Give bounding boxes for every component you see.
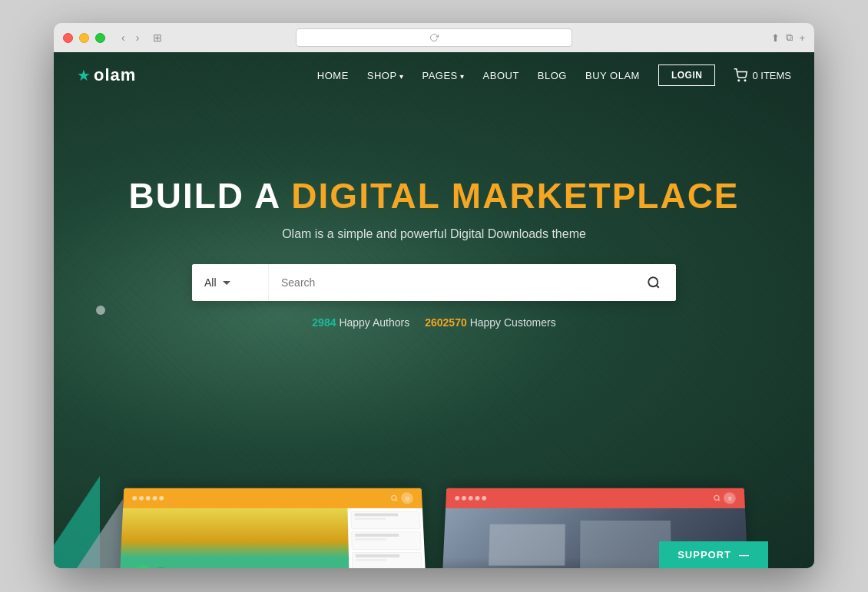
logo[interactable]: ★ olam (77, 65, 136, 85)
hero-content: BUILD A DIGITAL MARKETPLACE Olam is a si… (54, 98, 814, 329)
nav-item-buy[interactable]: BUY OLAM (585, 68, 640, 82)
stats-bar: 2984 Happy Authors 2602570 Happy Custome… (54, 316, 814, 329)
customers-count: 2602570 (425, 316, 467, 329)
forward-button[interactable]: › (132, 30, 144, 45)
ss-right-header: 0 (446, 488, 745, 508)
browser-window: ‹ › ⊞ ⬆ ⧉ + ★ olam HOME SHOP PAGES (54, 23, 814, 568)
svg-marker-2 (223, 281, 230, 285)
nav-link-shop[interactable]: SHOP (367, 70, 404, 81)
hero-subtitle: Olam is a simple and powerful Digital Do… (54, 227, 814, 241)
nav-link-about[interactable]: ABOUT (483, 70, 519, 81)
titlebar-nav: ‹ › (118, 30, 143, 45)
cart-count: 0 ITEMS (752, 70, 791, 81)
nav-links: HOME SHOP PAGES ABOUT BLOG BUY OLAM LOGI… (317, 64, 791, 86)
nav-item-about[interactable]: ABOUT (483, 68, 519, 82)
fullscreen-button[interactable] (95, 33, 105, 43)
svg-line-8 (719, 500, 721, 501)
logo-star-icon: ★ (77, 66, 91, 84)
login-button[interactable]: LOGIN (658, 64, 716, 86)
nav-item-home[interactable]: HOME (317, 68, 349, 82)
svg-line-4 (656, 285, 658, 287)
website-content: ★ olam HOME SHOP PAGES ABOUT BLOG BUY OL… (54, 52, 814, 568)
logo-text: olam (94, 65, 136, 85)
refresh-icon (429, 33, 439, 42)
svg-line-6 (396, 500, 397, 501)
share-button[interactable]: ⬆ (771, 32, 780, 44)
support-label: SUPPORT (678, 549, 731, 561)
nav-item-cart[interactable]: 0 ITEMS (734, 68, 791, 82)
svg-point-1 (745, 80, 747, 81)
screenshot-left: 0 (119, 488, 426, 568)
search-button[interactable] (631, 264, 676, 301)
expand-button[interactable]: + (799, 32, 805, 44)
search-category-dropdown[interactable]: All (192, 264, 269, 301)
nav-link-pages[interactable]: PAGES (422, 70, 464, 81)
nav-item-shop[interactable]: SHOP (367, 68, 404, 82)
nav-link-home[interactable]: HOME (317, 70, 349, 81)
hero-title-yellow: DIGITAL MARKETPLACE (291, 176, 739, 216)
nav-item-blog[interactable]: BLOG (538, 68, 567, 82)
dropdown-arrow-icon (223, 279, 230, 286)
customers-label: Happy Customers (470, 316, 556, 329)
search-input[interactable] (269, 264, 631, 301)
authors-stat: 2984 Happy Authors (312, 316, 409, 329)
search-bar: All (192, 264, 676, 301)
search-icon (647, 276, 661, 289)
support-button[interactable]: SUPPORT — (659, 541, 768, 568)
ss-left-header: 0 (123, 488, 422, 508)
minimize-button[interactable] (79, 33, 89, 43)
nav-link-blog[interactable]: BLOG (538, 70, 567, 81)
authors-label: Happy Authors (339, 316, 409, 329)
svg-point-0 (738, 80, 740, 81)
nav-link-buy[interactable]: BUY OLAM (585, 70, 640, 81)
navbar: ★ olam HOME SHOP PAGES ABOUT BLOG BUY OL… (54, 52, 814, 98)
traffic-lights (63, 33, 105, 43)
customers-stat: 2602570 Happy Customers (425, 316, 555, 329)
svg-point-5 (392, 495, 397, 500)
address-bar[interactable] (296, 28, 572, 47)
authors-count: 2984 (312, 316, 336, 329)
svg-point-3 (648, 277, 658, 286)
ss-left-body (119, 508, 426, 568)
close-button[interactable] (63, 33, 73, 43)
support-minus: — (739, 549, 750, 561)
nav-item-pages[interactable]: PAGES (422, 68, 464, 82)
duplicate-button[interactable]: ⧉ (786, 31, 793, 44)
hero-title: BUILD A DIGITAL MARKETPLACE (54, 175, 814, 217)
nav-item-login[interactable]: LOGIN (658, 64, 716, 86)
back-button[interactable]: ‹ (118, 30, 129, 45)
titlebar: ‹ › ⊞ ⬆ ⧉ + (54, 23, 814, 52)
pagination-dot[interactable] (96, 306, 105, 315)
hero-title-white: BUILD A (128, 176, 280, 216)
svg-point-7 (714, 495, 720, 500)
window-mode-button[interactable]: ⊞ (149, 30, 166, 45)
cart-icon (734, 68, 747, 82)
category-label: All (204, 276, 217, 289)
titlebar-actions: ⬆ ⧉ + (771, 31, 805, 44)
